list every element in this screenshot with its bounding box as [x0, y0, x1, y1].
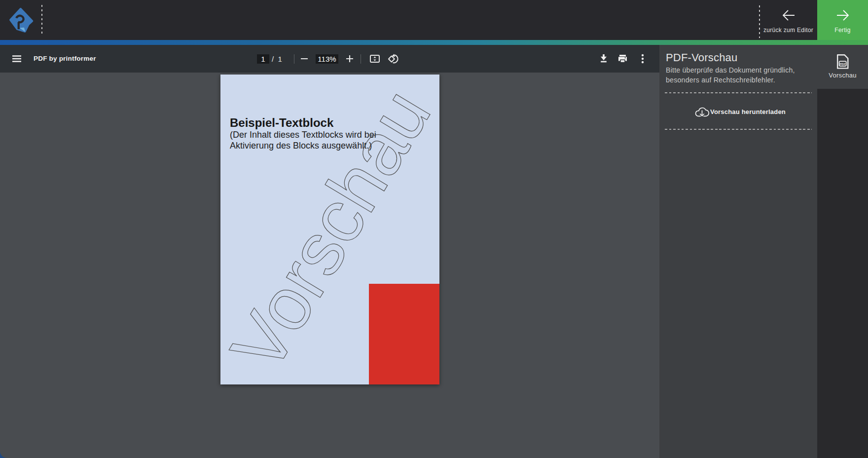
svg-text:PDF: PDF	[839, 63, 846, 66]
